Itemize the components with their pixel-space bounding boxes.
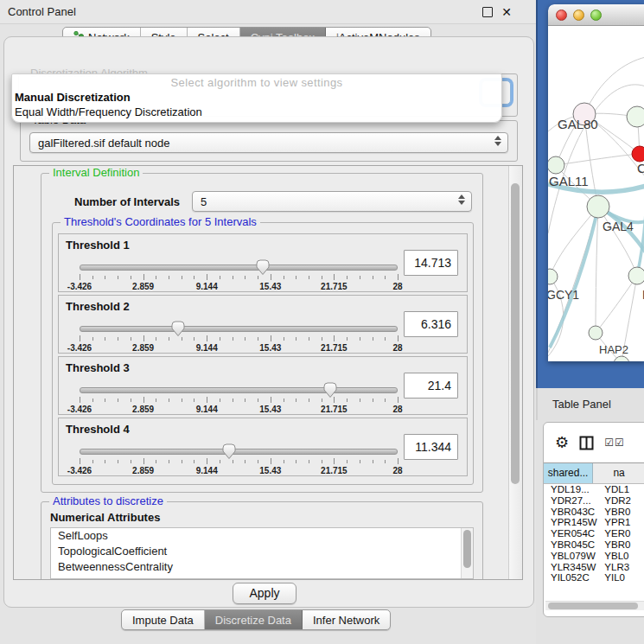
interval-definition-title: Interval Definition <box>49 166 143 179</box>
gear-icon[interactable]: ⚙ <box>555 435 569 450</box>
slider-track[interactable] <box>80 265 398 271</box>
table-data-combobox[interactable]: galFiltered.sif default node <box>29 132 508 153</box>
network-node-gal4[interactable] <box>587 195 609 218</box>
node-label: GAL11 <box>549 174 589 188</box>
network-node-c[interactable] <box>632 146 644 162</box>
main-scrollbar-thumb[interactable] <box>511 183 520 484</box>
network-node-h[interactable] <box>628 267 644 284</box>
column-shared-name[interactable]: shared... <box>544 463 593 483</box>
table-rows[interactable]: YDL19...YDL1YDR27...YDR2YBR043CYBR0YPR14… <box>544 484 644 584</box>
tab-discretize-data[interactable]: Discretize Data <box>205 610 303 629</box>
minimize-traffic-light-icon[interactable] <box>573 10 584 21</box>
interval-definition-group: Interval Definition Number of Intervals … <box>41 173 483 493</box>
thresholds-title: Threshold's Coordinates for 5 Intervals <box>61 215 260 228</box>
threshold-label: Threshold 1 <box>66 239 130 252</box>
float-window-icon[interactable] <box>482 7 493 17</box>
right-panel: GAL80GACGAL11GAL4GCY1HHAP2 Table Panel ⚙… <box>536 0 644 644</box>
slider-track[interactable] <box>80 449 398 455</box>
attributes-title: Attributes to discretize <box>49 494 167 507</box>
main-scrollbar[interactable] <box>508 166 522 579</box>
checkbox-icons[interactable]: ☑☑ <box>604 437 625 449</box>
attribute-list-item[interactable]: SelfLoops <box>51 528 473 544</box>
table-row[interactable]: YLR345WYLR3 <box>544 562 644 573</box>
network-node-hap2[interactable] <box>589 326 603 340</box>
attribute-list-item[interactable]: TopologicalCoefficient <box>51 544 473 559</box>
table-toolbar: ⚙ ☑☑ <box>544 423 644 462</box>
threshold-label: Threshold 3 <box>66 361 130 374</box>
bottom-tab-strip: Impute Data Discretize Data Infer Networ… <box>121 609 391 630</box>
algorithm-option-equal-width[interactable]: Equal Width/Frequency Discretization <box>12 105 501 119</box>
tab-infer-network[interactable]: Infer Network <box>303 610 390 629</box>
slider-track[interactable] <box>80 326 398 332</box>
column-layout-icon[interactable] <box>579 436 594 450</box>
control-panel-titlebar: Control Panel ✕ <box>0 0 536 24</box>
number-of-intervals-value: 5 <box>201 195 207 208</box>
settings-scrollpane: Interval Definition Number of Intervals … <box>13 165 523 580</box>
close-traffic-light-icon[interactable] <box>556 10 567 21</box>
slider-ticks <box>80 397 398 404</box>
slider-ticks <box>80 335 398 342</box>
table-row[interactable]: YIL052CYIL0 <box>544 572 644 583</box>
algorithm-hint: Select algorithm to view settings <box>12 76 501 90</box>
node-label: GCY1 <box>548 288 579 302</box>
attribute-list-item[interactable]: BetweennessCentrality <box>51 559 473 575</box>
threshold-value-field[interactable]: 21.4 <box>404 373 458 399</box>
table-hscrollbar[interactable] <box>545 601 644 610</box>
zoom-traffic-light-icon[interactable] <box>590 10 602 21</box>
algorithm-dropdown-popup: Select algorithm to view settings Manual… <box>11 73 502 123</box>
threshold-label: Threshold 2 <box>66 300 130 313</box>
threshold-value-field[interactable]: 11.344 <box>404 434 458 460</box>
thresholds-group: Threshold's Coordinates for 5 Intervals … <box>52 222 474 485</box>
tab-impute-data[interactable]: Impute Data <box>122 610 205 629</box>
slider-tick-labels: -3.4262.8599.14415.4321.71528 <box>80 466 398 475</box>
table-row[interactable]: YDR27...YDR2 <box>544 495 644 507</box>
threshold-panel-2: Threshold 2-3.4262.8599.14415.4321.71528… <box>58 295 468 354</box>
table-row[interactable]: YBR043CYBR0 <box>544 507 644 518</box>
slider-ticks <box>80 458 398 465</box>
threshold-panel-4: Threshold 4-3.4262.8599.14415.4321.71528… <box>58 418 468 476</box>
network-view[interactable]: GAL80GACGAL11GAL4GCY1HHAP2 <box>548 26 644 361</box>
table-row[interactable]: YPR145WYPR1 <box>544 517 644 528</box>
table-data-selected: galFiltered.sif default node <box>38 137 169 150</box>
network-desktop: GAL80GACGAL11GAL4GCY1HHAP2 <box>536 0 644 388</box>
threshold-container: Threshold 1-3.4262.8599.14415.4321.71528… <box>58 233 468 479</box>
network-node-ga[interactable] <box>627 106 644 127</box>
number-of-intervals-label: Number of Intervals <box>74 195 180 208</box>
node-label: C <box>637 161 644 175</box>
node-label: HAP2 <box>599 343 628 356</box>
slider-tick-labels: -3.4262.8599.14415.4321.71528 <box>80 282 398 291</box>
attributes-group: Attributes to discretize Numerical Attri… <box>41 501 483 580</box>
algorithm-option-manual[interactable]: Manual Discretization <box>12 90 501 105</box>
threshold-label: Threshold 4 <box>66 423 130 436</box>
threshold-panel-1: Threshold 1-3.4262.8599.14415.4321.71528… <box>58 233 468 292</box>
column-name[interactable]: na <box>593 463 644 483</box>
stepper-icon <box>494 136 501 146</box>
number-of-intervals-combobox[interactable]: 5 <box>192 191 472 212</box>
slider-tick-labels: -3.4262.8599.14415.4321.71528 <box>80 343 398 353</box>
stepper-icon <box>458 194 465 205</box>
table-row[interactable]: YBR045CYBR0 <box>544 539 644 551</box>
close-icon[interactable]: ✕ <box>501 8 512 16</box>
numerical-attributes-list[interactable]: SelfLoopsTopologicalCoefficientBetweenne… <box>50 527 474 579</box>
slider-track[interactable] <box>80 387 398 393</box>
slider-tick-labels: -3.4262.8599.14415.4321.71528 <box>80 405 398 414</box>
network-window[interactable]: GAL80GACGAL11GAL4GCY1HHAP2 <box>548 4 644 361</box>
table-row[interactable]: YDL19...YDL1 <box>544 484 644 495</box>
table-panel-title: Table Panel <box>538 398 611 411</box>
table-panel-bar: Table Panel <box>536 388 644 420</box>
table-row[interactable]: YER054CYER0 <box>544 528 644 539</box>
threshold-value-field[interactable]: 6.316 <box>404 311 458 337</box>
threshold-panel-3: Threshold 3-3.4262.8599.14415.4321.71528… <box>58 356 468 415</box>
threshold-value-field[interactable]: 14.713 <box>404 250 458 276</box>
network-node-gcy1[interactable] <box>548 269 558 284</box>
network-node-gal11[interactable] <box>548 156 564 174</box>
list-scrollbar[interactable] <box>461 528 473 578</box>
node-table: ⚙ ☑☑ shared... na YDL19...YDL1YDR27...YD… <box>543 422 644 617</box>
table-data-group: Table Data galFiltered.sif default node <box>20 120 518 162</box>
table-header: shared... na <box>544 462 644 484</box>
slider-ticks <box>80 274 398 281</box>
table-row[interactable]: YBL079WYBL0 <box>544 551 644 562</box>
apply-button[interactable]: Apply <box>233 583 296 604</box>
screen: Control Panel ✕ Network S <box>0 0 644 644</box>
node-label: GAL4 <box>603 220 634 233</box>
